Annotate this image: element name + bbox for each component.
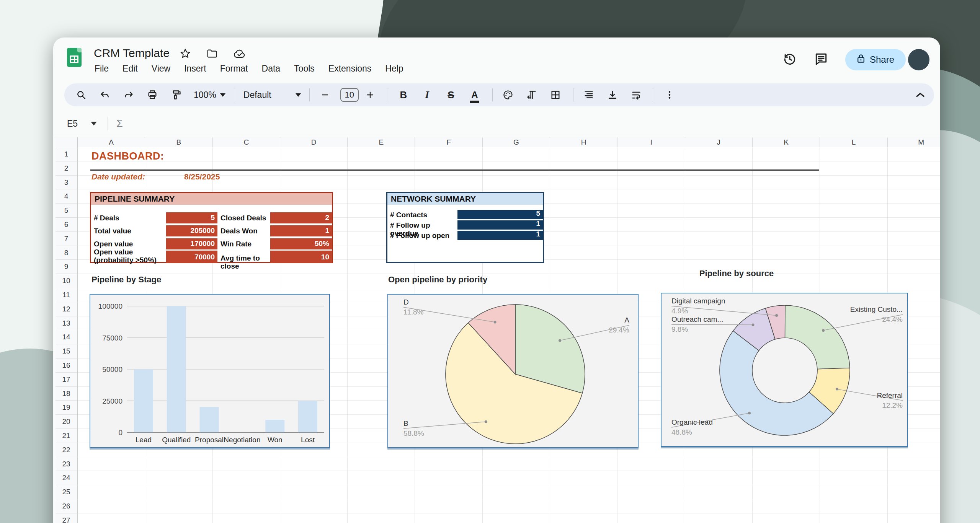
font-family-select[interactable]: Default [243, 90, 301, 100]
bold-button[interactable]: B [395, 86, 412, 103]
version-history-icon[interactable] [782, 52, 797, 68]
menu-insert[interactable]: Insert [183, 63, 208, 75]
column-header-I[interactable]: I [617, 137, 685, 147]
row-header-13[interactable]: 13 [56, 316, 77, 331]
cloud-saved-icon[interactable] [233, 48, 246, 59]
row-header-1[interactable]: 1 [56, 147, 77, 161]
menu-edit[interactable]: Edit [121, 63, 139, 75]
network-value-2[interactable]: 1 [457, 231, 543, 240]
row-header-5[interactable]: 5 [56, 204, 77, 218]
decrease-font-size-icon[interactable] [317, 86, 333, 103]
column-header-B[interactable]: B [145, 137, 212, 147]
functions-icon[interactable]: Σ [116, 118, 123, 130]
pipeline-label-3[interactable]: Open value (probability >50%) [94, 248, 165, 264]
borders-icon[interactable] [547, 86, 564, 103]
column-header-K[interactable]: K [753, 137, 820, 147]
comments-icon[interactable] [814, 52, 828, 68]
pipeline-value-2[interactable]: 170000 [166, 238, 217, 249]
column-header-H[interactable]: H [550, 137, 617, 147]
row-header-17[interactable]: 17 [56, 373, 77, 387]
row-header-4[interactable]: 4 [56, 189, 77, 204]
collapse-toolbar-icon[interactable] [913, 88, 927, 103]
row-header-25[interactable]: 25 [56, 485, 77, 499]
pipeline-value2-2[interactable]: 50% [270, 238, 332, 249]
column-header-E[interactable]: E [348, 137, 415, 147]
menu-tools[interactable]: Tools [292, 63, 316, 75]
row-header-2[interactable]: 2 [56, 161, 77, 176]
search-icon[interactable] [73, 86, 90, 103]
menu-file[interactable]: File [93, 63, 110, 75]
row-header-22[interactable]: 22 [56, 443, 77, 457]
horizontal-align-icon[interactable] [580, 86, 597, 103]
formula-input[interactable] [123, 112, 940, 135]
text-color-button[interactable]: A [466, 86, 483, 103]
row-header-21[interactable]: 21 [56, 429, 77, 443]
pipeline-by-source-chart[interactable]: Digital campaign4.9%Outreach cam...9.8%O… [661, 293, 908, 447]
pipeline-value-1[interactable]: 205000 [166, 225, 217, 236]
column-header-D[interactable]: D [280, 137, 348, 147]
row-header-7[interactable]: 7 [56, 232, 77, 246]
row-header-12[interactable]: 12 [56, 302, 77, 316]
pipeline-value-3[interactable]: 70000 [166, 251, 217, 263]
menu-format[interactable]: Format [219, 63, 250, 75]
font-size-input[interactable]: 10 [340, 88, 359, 102]
text-wrap-icon[interactable] [628, 86, 645, 103]
pipeline-summary-table[interactable]: PIPELINE SUMMARY # Deals5Closed Deals2To… [90, 192, 333, 263]
pipeline-label2-2[interactable]: Win Rate [220, 240, 270, 248]
strikethrough-button[interactable]: S [443, 86, 459, 103]
row-header-16[interactable]: 16 [56, 358, 77, 373]
row-header-26[interactable]: 26 [56, 499, 77, 513]
pipeline-label2-0[interactable]: Closed Deals [220, 214, 270, 222]
account-avatar[interactable] [908, 49, 929, 70]
column-header-C[interactable]: C [213, 137, 280, 147]
network-label-0[interactable]: # Contacts [390, 211, 456, 219]
redo-icon[interactable] [120, 86, 137, 103]
network-value-1[interactable]: 1 [457, 220, 543, 230]
paint-format-icon[interactable] [168, 86, 185, 103]
document-title[interactable]: CRM Template [94, 47, 170, 60]
row-header-11[interactable]: 11 [56, 288, 77, 302]
row-header-9[interactable]: 9 [56, 260, 77, 274]
pipeline-value-0[interactable]: 5 [166, 212, 217, 223]
undo-icon[interactable] [96, 86, 113, 103]
italic-button[interactable]: I [419, 86, 436, 103]
text-rotation-icon[interactable] [523, 86, 540, 103]
pipeline-label-1[interactable]: Total value [94, 227, 165, 235]
print-icon[interactable] [144, 86, 161, 103]
google-sheets-logo-icon[interactable] [67, 48, 82, 67]
increase-font-size-icon[interactable] [362, 86, 379, 103]
menu-extensions[interactable]: Extensions [327, 63, 373, 75]
menu-help[interactable]: Help [384, 63, 405, 75]
column-header-G[interactable]: G [483, 137, 550, 147]
row-header-15[interactable]: 15 [56, 344, 77, 358]
row-header-6[interactable]: 6 [56, 218, 77, 232]
row-header-18[interactable]: 18 [56, 387, 77, 401]
pipeline-by-stage-chart[interactable]: 0250005000075000100000LeadQualifiedPropo… [90, 294, 330, 448]
star-icon[interactable] [180, 48, 191, 59]
name-box[interactable]: E5 [53, 119, 103, 129]
column-header-J[interactable]: J [685, 137, 753, 147]
more-options-icon[interactable] [661, 86, 678, 103]
fill-color-icon[interactable] [500, 86, 516, 103]
pipeline-value2-3[interactable]: 10 [270, 251, 332, 263]
network-summary-table[interactable]: NETWORK SUMMARY # Contacts5# Follow up o… [386, 192, 544, 263]
column-header-L[interactable]: L [820, 137, 887, 147]
column-header-A[interactable]: A [78, 137, 145, 147]
row-header-14[interactable]: 14 [56, 330, 77, 344]
row-header-24[interactable]: 24 [56, 471, 77, 485]
zoom-select[interactable]: 100% [194, 90, 225, 100]
network-label-2[interactable]: # Follow up open [390, 232, 456, 240]
open-pipeline-by-priority-chart[interactable]: D11.8%B58.8%A29.4% [387, 294, 639, 448]
menu-data[interactable]: Data [260, 63, 282, 75]
row-header-8[interactable]: 8 [56, 246, 77, 260]
vertical-align-icon[interactable] [604, 86, 621, 103]
column-header-F[interactable]: F [415, 137, 482, 147]
move-folder-icon[interactable] [206, 48, 218, 59]
pipeline-label-2[interactable]: Open value [94, 240, 165, 248]
pipeline-value2-1[interactable]: 1 [270, 225, 332, 236]
row-header-3[interactable]: 3 [56, 176, 77, 190]
row-header-20[interactable]: 20 [56, 415, 77, 429]
pipeline-label-0[interactable]: # Deals [94, 214, 165, 222]
menu-view[interactable]: View [150, 63, 172, 75]
share-button[interactable]: Share [845, 49, 906, 70]
